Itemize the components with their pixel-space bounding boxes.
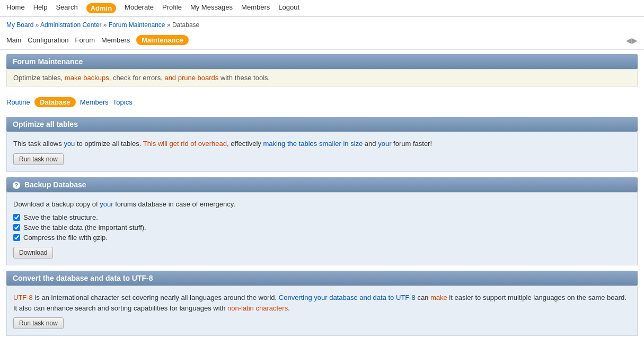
- checkbox-structure-label: Save the table structure.: [23, 213, 98, 221]
- tab-members[interactable]: Members: [80, 98, 109, 106]
- subnav-configuration[interactable]: Configuration: [28, 36, 68, 44]
- checkbox-data-input[interactable]: [13, 224, 20, 231]
- checkbox-structure: Save the table structure.: [13, 213, 631, 221]
- breadcrumb-current: Database: [172, 21, 199, 29]
- nav-search[interactable]: Search: [56, 3, 77, 13]
- backup-section: ? Backup Database Download a backup copy…: [0, 177, 644, 266]
- sub-navigation: Main Configuration Forum Members Mainten…: [0, 33, 644, 50]
- checkbox-gzip: Compress the file with gzip.: [13, 234, 631, 242]
- checkbox-structure-input[interactable]: [13, 214, 20, 221]
- subnav-main[interactable]: Main: [6, 36, 21, 44]
- subnav-maintenance[interactable]: Maintenance: [136, 35, 189, 45]
- convert-run-button[interactable]: Run task now: [13, 317, 64, 329]
- checkbox-gzip-input[interactable]: [13, 234, 20, 241]
- forum-maintenance-title: Forum Maintenance: [13, 57, 83, 66]
- backup-download-button[interactable]: Download: [13, 247, 53, 258]
- convert-content: UTF-8 is an international character set …: [6, 286, 638, 336]
- checkbox-data-label: Save the table data (the important stuff…: [23, 223, 146, 231]
- convert-header: Convert the database and data to UTF-8: [6, 271, 638, 286]
- tab-topics[interactable]: Topics: [113, 98, 133, 106]
- nav-home[interactable]: Home: [6, 3, 25, 13]
- nav-mymessages[interactable]: My Messages: [190, 3, 233, 13]
- nav-help[interactable]: Help: [33, 3, 48, 13]
- convert-title: Convert the database and data to UTF-8: [13, 274, 153, 282]
- info-text: Optimize tables, make backups, check for…: [13, 74, 270, 82]
- breadcrumb: My Board » Administration Center » Forum…: [0, 17, 644, 33]
- tab-routine[interactable]: Routine: [6, 98, 30, 106]
- top-navigation: Home Help Search Admin Moderate Profile …: [0, 0, 644, 17]
- maintenance-tabs: Routine Database Members Topics: [0, 92, 644, 113]
- subnav-members[interactable]: Members: [101, 36, 130, 44]
- checkbox-gzip-label: Compress the file with gzip.: [23, 234, 108, 242]
- tab-database[interactable]: Database: [34, 97, 76, 107]
- forum-maintenance-header: Forum Maintenance: [6, 54, 638, 69]
- nav-profile[interactable]: Profile: [162, 3, 182, 13]
- optimize-section: Optimize all tables This task allows you…: [0, 117, 644, 172]
- forum-maintenance-section: Forum Maintenance Optimize tables, make …: [0, 54, 644, 87]
- optimize-run-button[interactable]: Run task now: [13, 153, 64, 165]
- nav-admin[interactable]: Admin: [86, 3, 116, 13]
- help-icon[interactable]: ?: [13, 182, 20, 189]
- nav-members[interactable]: Members: [241, 3, 270, 13]
- optimize-content: This task allows you to optimize all tab…: [6, 132, 638, 172]
- optimize-header: Optimize all tables: [6, 117, 638, 132]
- optimize-title: Optimize all tables: [13, 120, 78, 128]
- breadcrumb-myboard[interactable]: My Board: [6, 21, 33, 29]
- breadcrumb-admincenter[interactable]: Administration Center: [40, 21, 101, 29]
- convert-description: UTF-8 is an international character set …: [13, 292, 631, 313]
- optimize-description: This task allows you to optimize all tab…: [13, 139, 631, 149]
- subnav-forum[interactable]: Forum: [75, 36, 95, 44]
- nav-logout[interactable]: Logout: [278, 3, 299, 13]
- nav-moderate[interactable]: Moderate: [125, 3, 154, 13]
- backup-description: Download a backup copy of your forums da…: [13, 199, 631, 210]
- checkbox-data: Save the table data (the important stuff…: [13, 223, 631, 231]
- forum-maintenance-info: Optimize tables, make backups, check for…: [6, 69, 638, 87]
- backup-title: Backup Database: [24, 180, 86, 189]
- convert-section: Convert the database and data to UTF-8 U…: [0, 271, 644, 336]
- nav-arrows-icon: ◀▶: [626, 36, 638, 45]
- backup-content: Download a backup copy of your forums da…: [6, 192, 638, 266]
- backup-header: ? Backup Database: [6, 177, 638, 192]
- breadcrumb-forummaintenance[interactable]: Forum Maintenance: [109, 21, 165, 29]
